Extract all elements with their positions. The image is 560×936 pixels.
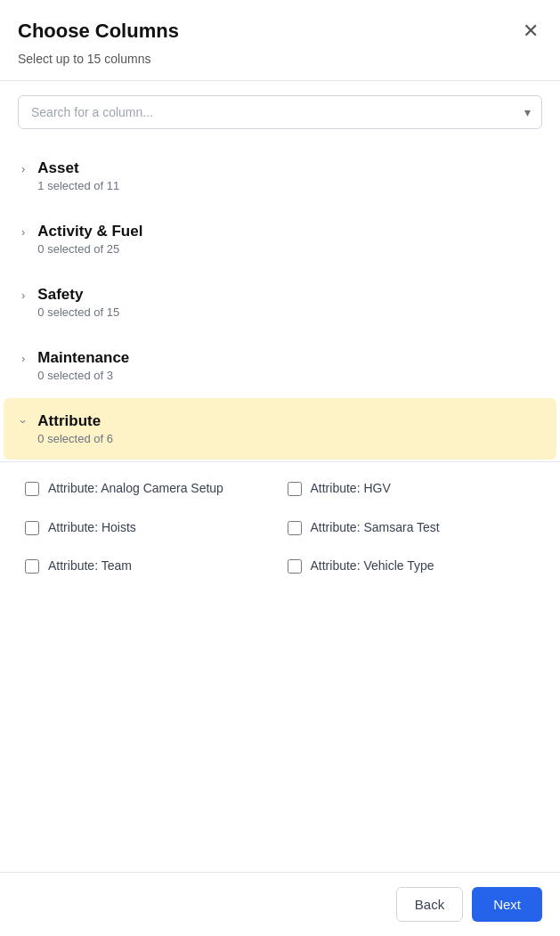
section-activity-count: 0 selected of 25 — [37, 242, 142, 256]
back-button[interactable]: Back — [396, 887, 463, 922]
section-asset-info: Asset 1 selected of 11 — [37, 159, 119, 192]
chevron-right-icon: › — [21, 162, 25, 175]
section-maintenance-count: 0 selected of 3 — [37, 369, 129, 382]
section-attribute-name: Attribute — [37, 412, 113, 430]
chevron-right-icon-2: › — [21, 225, 25, 239]
checkbox-samsara-test-label: Attribute: Samsara Test — [311, 519, 440, 537]
search-input[interactable] — [19, 96, 541, 128]
section-safety-name: Safety — [37, 286, 119, 304]
section-asset-name: Asset — [37, 159, 119, 177]
section-safety-info: Safety 0 selected of 15 — [37, 286, 119, 319]
modal-subtitle: Select up to 15 columns — [0, 52, 560, 80]
checkbox-vehicle-type-input[interactable] — [288, 559, 302, 574]
footer: Back Next — [0, 872, 560, 936]
checkbox-analog-camera-input[interactable] — [25, 482, 39, 496]
checkbox-team-input[interactable] — [25, 559, 39, 574]
section-attribute[interactable]: › Attribute 0 selected of 6 — [4, 398, 556, 460]
search-container: ▾ — [0, 81, 560, 143]
section-safety[interactable]: › Safety 0 selected of 15 — [4, 272, 556, 333]
checkbox-analog-camera[interactable]: Attribute: Analog Camera Setup — [18, 469, 280, 509]
section-attribute-info: Attribute 0 selected of 6 — [37, 412, 113, 445]
checkbox-analog-camera-label: Attribute: Analog Camera Setup — [48, 480, 223, 498]
close-icon: ✕ — [523, 20, 539, 42]
checkbox-hgv-label: Attribute: HGV — [311, 480, 391, 498]
section-asset[interactable]: › Asset 1 selected of 11 — [4, 145, 556, 207]
chevron-right-icon-3: › — [21, 289, 25, 302]
attribute-expanded-content: Attribute: Analog Camera Setup Attribute… — [0, 462, 560, 604]
search-input-wrapper: ▾ — [18, 95, 542, 129]
page-title: Choose Columns — [18, 20, 179, 43]
close-button[interactable]: ✕ — [519, 18, 542, 45]
section-list: › Asset 1 selected of 11 › Activity & Fu… — [0, 145, 560, 460]
chevron-right-icon-4: › — [21, 352, 25, 365]
section-asset-count: 1 selected of 11 — [37, 179, 119, 192]
section-activity-info: Activity & Fuel 0 selected of 25 — [37, 223, 142, 256]
checkbox-team[interactable]: Attribute: Team — [18, 547, 280, 586]
checkbox-hoists[interactable]: Attribute: Hoists — [18, 509, 280, 548]
checkbox-hgv-input[interactable] — [288, 482, 302, 496]
checkbox-hoists-input[interactable] — [25, 521, 39, 535]
checkbox-vehicle-type[interactable]: Attribute: Vehicle Type — [280, 547, 543, 586]
checkbox-hoists-label: Attribute: Hoists — [48, 519, 136, 537]
section-safety-count: 0 selected of 15 — [37, 305, 119, 319]
next-button[interactable]: Next — [472, 887, 542, 922]
checkbox-samsara-test[interactable]: Attribute: Samsara Test — [280, 509, 543, 548]
section-maintenance-name: Maintenance — [37, 349, 129, 367]
modal-header: Choose Columns ✕ — [0, 0, 560, 52]
chevron-down-icon-attribute: › — [17, 419, 30, 423]
section-maintenance[interactable]: › Maintenance 0 selected of 3 — [4, 335, 556, 396]
checkbox-vehicle-type-label: Attribute: Vehicle Type — [311, 558, 434, 575]
section-maintenance-info: Maintenance 0 selected of 3 — [37, 349, 129, 382]
checkbox-samsara-test-input[interactable] — [288, 521, 302, 535]
section-attribute-count: 0 selected of 6 — [37, 432, 113, 445]
section-activity-fuel[interactable]: › Activity & Fuel 0 selected of 25 — [4, 208, 556, 270]
checkbox-hgv[interactable]: Attribute: HGV — [280, 469, 543, 509]
checkbox-team-label: Attribute: Team — [48, 558, 132, 575]
section-activity-name: Activity & Fuel — [37, 223, 142, 240]
attribute-checkbox-grid: Attribute: Analog Camera Setup Attribute… — [18, 469, 542, 586]
